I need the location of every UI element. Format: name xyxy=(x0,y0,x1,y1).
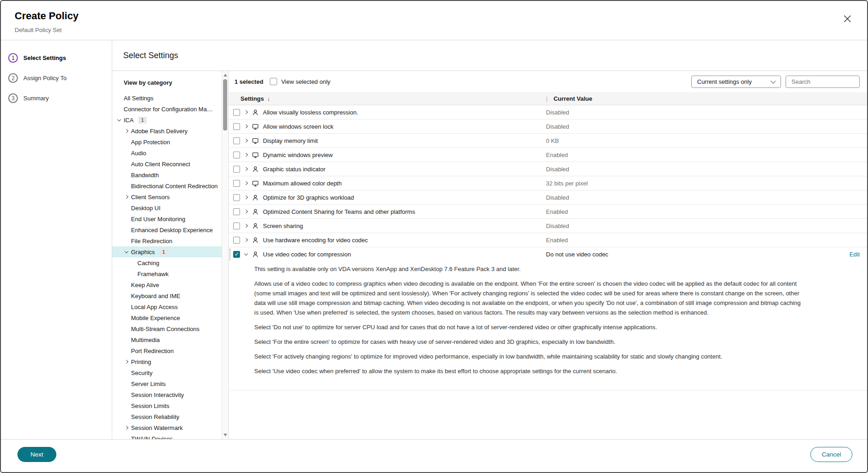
category-mobile-experience[interactable]: Mobile Experience xyxy=(112,312,222,323)
chevron-down-icon[interactable] xyxy=(244,252,248,256)
step-2-circle: 2 xyxy=(8,73,18,83)
row-checkbox[interactable] xyxy=(233,194,240,201)
category-session-limits[interactable]: Session Limits xyxy=(112,400,222,411)
category-audio[interactable]: Audio xyxy=(112,147,222,158)
category-keyboard-and-ime[interactable]: Keyboard and IME xyxy=(112,290,222,301)
category-session-interactivity[interactable]: Session Interactivity xyxy=(112,389,222,400)
setting-row-allow-visually-lossless[interactable]: Allow visually lossless compression. Dis… xyxy=(229,105,867,120)
sidebar-scrollbar[interactable] xyxy=(222,71,228,439)
category-ica[interactable]: ICA1 xyxy=(112,114,222,125)
step-assign-policy-to[interactable]: 2 Assign Policy To xyxy=(8,73,112,83)
chevron-right-icon[interactable] xyxy=(244,224,248,228)
selected-count: 1 selected xyxy=(235,78,263,85)
category-adobe-flash-delivery[interactable]: Adobe Flash Delivery xyxy=(112,125,222,136)
chevron-right-icon xyxy=(125,426,128,430)
step-summary[interactable]: 3 Summary xyxy=(8,93,112,103)
category-connector-config-manager[interactable]: Connector for Configuration Manager 20..… xyxy=(112,103,222,114)
setting-row-graphic-status-indicator[interactable]: Graphic status indicator Disabled xyxy=(229,162,867,176)
expanded-setting-container: Use video codec for compression Do not u… xyxy=(229,247,867,391)
row-checkbox[interactable] xyxy=(233,166,240,173)
category-twain-devices[interactable]: TWAIN Devices xyxy=(112,433,222,439)
category-file-redirection[interactable]: File Redirection xyxy=(112,235,222,246)
scroll-up-icon[interactable] xyxy=(224,74,227,76)
sort-descending-icon[interactable]: ↓ xyxy=(267,95,270,102)
user-setting-icon xyxy=(252,251,259,258)
chevron-right-icon[interactable] xyxy=(244,139,248,142)
setting-row-maximum-allowed-color-depth[interactable]: Maximum allowed color depth 32 bits per … xyxy=(229,176,867,190)
category-graphics[interactable]: Graphics1 xyxy=(112,246,222,257)
row-checkbox[interactable] xyxy=(233,109,240,116)
category-printing[interactable]: Printing xyxy=(112,356,222,367)
category-bandwidth[interactable]: Bandwidth xyxy=(112,169,222,180)
chevron-right-icon[interactable] xyxy=(244,238,248,242)
setting-row-dynamic-windows-preview[interactable]: Dynamic windows preview Enabled xyxy=(229,148,867,162)
settings-column-header[interactable]: Settings xyxy=(240,95,264,102)
description-paragraph: Select 'Use video codec when preferred' … xyxy=(254,366,806,376)
dialog-footer: Next Cancel xyxy=(1,439,867,472)
row-checkbox[interactable] xyxy=(233,223,240,229)
search-input[interactable] xyxy=(786,76,860,88)
category-session-watermark[interactable]: Session Watermark xyxy=(112,422,222,433)
chevron-right-icon[interactable] xyxy=(244,167,248,171)
column-divider[interactable]: | xyxy=(546,95,547,102)
chevron-right-icon[interactable] xyxy=(244,125,248,128)
category-desktop-ui[interactable]: Desktop UI xyxy=(112,202,222,213)
computer-setting-icon xyxy=(252,137,259,144)
category-client-sensors[interactable]: Client Sensors xyxy=(112,191,222,202)
computer-setting-icon xyxy=(252,152,259,158)
chevron-right-icon[interactable] xyxy=(244,110,248,114)
category-framehawk[interactable]: Framehawk xyxy=(112,268,222,279)
row-checkbox-checked[interactable] xyxy=(233,251,240,258)
scrollbar-thumb[interactable] xyxy=(223,79,227,130)
user-setting-icon xyxy=(252,237,259,244)
chevron-right-icon[interactable] xyxy=(244,181,248,185)
category-server-limits[interactable]: Server Limits xyxy=(112,378,222,389)
setting-row-use-video-codec[interactable]: Use video codec for compression Do not u… xyxy=(229,247,867,261)
category-multi-stream-connections[interactable]: Multi-Stream Connections xyxy=(112,323,222,334)
chevron-right-icon[interactable] xyxy=(244,210,248,213)
description-paragraph: Allows use of a video codec to compress … xyxy=(254,279,806,317)
category-sidebar: View by category All Settings Connector … xyxy=(112,71,229,439)
row-checkbox[interactable] xyxy=(233,152,240,158)
row-checkbox[interactable] xyxy=(233,237,240,244)
row-checkbox[interactable] xyxy=(233,180,240,187)
row-checkbox[interactable] xyxy=(233,137,240,144)
chevron-right-icon[interactable] xyxy=(244,196,248,199)
setting-row-display-memory-limit[interactable]: Display memory limit 0 KB xyxy=(229,134,867,148)
category-caching[interactable]: Caching xyxy=(112,257,222,268)
row-checkbox[interactable] xyxy=(233,208,240,215)
category-app-protection[interactable]: App Protection xyxy=(112,136,222,147)
settings-filter-dropdown[interactable]: Current settings only xyxy=(691,76,781,88)
category-bidirectional-content-redirection[interactable]: Bidirectional Content Redirection xyxy=(112,180,222,191)
cancel-button[interactable]: Cancel xyxy=(810,447,852,462)
category-session-reliability[interactable]: Session Reliability xyxy=(112,411,222,422)
scroll-down-icon[interactable] xyxy=(224,434,227,436)
chevron-right-icon[interactable] xyxy=(244,153,248,157)
category-port-redirection[interactable]: Port Redirection xyxy=(112,345,222,356)
dialog-header: Create Policy Default Policy Set xyxy=(1,1,867,40)
description-paragraph: This setting is available only on VDA ve… xyxy=(254,264,806,274)
setting-row-allow-windows-screen-lock[interactable]: Allow windows screen lock Disabled xyxy=(229,120,867,134)
category-enhanced-desktop-experience[interactable]: Enhanced Desktop Experience xyxy=(112,224,222,235)
view-selected-only-label: View selected only xyxy=(281,78,330,85)
next-button[interactable]: Next xyxy=(17,447,56,462)
wizard-stepper: 1 Select Settings 2 Assign Policy To 3 S… xyxy=(1,40,112,439)
setting-row-screen-sharing[interactable]: Screen sharing Disabled xyxy=(229,219,867,233)
category-auto-client-reconnect[interactable]: Auto Client Reconnect xyxy=(112,158,222,169)
category-security[interactable]: Security xyxy=(112,367,222,378)
step-select-settings[interactable]: 1 Select Settings xyxy=(8,53,112,63)
row-checkbox[interactable] xyxy=(233,123,240,130)
category-all-settings[interactable]: All Settings xyxy=(112,92,222,103)
category-multimedia[interactable]: Multimedia xyxy=(112,334,222,345)
setting-row-optimize-3d-graphics-workload[interactable]: Optimize for 3D graphics workload Disabl… xyxy=(229,190,867,205)
view-selected-only-checkbox[interactable] xyxy=(270,78,277,85)
category-local-app-access[interactable]: Local App Access xyxy=(112,301,222,312)
step-1-circle: 1 xyxy=(8,53,18,63)
category-end-user-monitoring[interactable]: End User Monitoring xyxy=(112,213,222,224)
setting-row-optimized-content-sharing-teams[interactable]: Optimized Content Sharing for Teams and … xyxy=(229,205,867,219)
edit-link[interactable]: Edit xyxy=(850,251,860,258)
user-setting-icon xyxy=(252,208,259,215)
close-icon[interactable] xyxy=(843,15,852,23)
setting-row-use-hardware-encoding[interactable]: Use hardware encoding for video codec En… xyxy=(229,233,867,247)
category-keep-alive[interactable]: Keep Alive xyxy=(112,279,222,290)
